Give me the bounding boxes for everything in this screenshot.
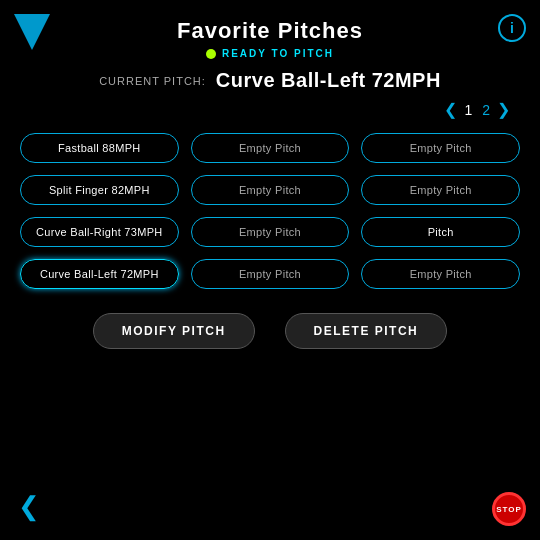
- stop-button[interactable]: STOP: [492, 492, 526, 526]
- ready-dot-icon: [206, 49, 216, 59]
- pitch-button-6[interactable]: Curve Ball-Right 73MPH: [20, 217, 179, 247]
- header: i Favorite Pitches READY TO PITCH: [0, 0, 540, 63]
- pitch-button-11[interactable]: Empty Pitch: [361, 259, 520, 289]
- pitch-button-2[interactable]: Empty Pitch: [361, 133, 520, 163]
- ready-badge: READY TO PITCH: [0, 48, 540, 59]
- current-pitch-value: Curve Ball-Left 72MPH: [216, 69, 441, 92]
- pitch-button-7[interactable]: Empty Pitch: [191, 217, 350, 247]
- pitch-button-0[interactable]: Fastball 88MPH: [20, 133, 179, 163]
- back-button[interactable]: ❮: [18, 491, 40, 522]
- info-button[interactable]: i: [498, 14, 526, 42]
- current-pitch-label: CURRENT PITCH:: [99, 75, 206, 87]
- action-row: MODIFY PITCH DELETE PITCH: [0, 313, 540, 349]
- pitch-button-3[interactable]: Split Finger 82MPH: [20, 175, 179, 205]
- pitch-button-4[interactable]: Empty Pitch: [191, 175, 350, 205]
- pagination-prev[interactable]: ❮: [444, 100, 457, 119]
- ready-text: READY TO PITCH: [222, 48, 334, 59]
- pitch-button-5[interactable]: Empty Pitch: [361, 175, 520, 205]
- pagination: ❮ 1 2 ❯: [0, 100, 540, 119]
- delete-pitch-button[interactable]: DELETE PITCH: [285, 313, 448, 349]
- pitch-grid: Fastball 88MPHEmpty PitchEmpty PitchSpli…: [0, 123, 540, 299]
- pagination-page-1[interactable]: 1: [464, 102, 472, 118]
- pitch-button-1[interactable]: Empty Pitch: [191, 133, 350, 163]
- pitch-button-10[interactable]: Empty Pitch: [191, 259, 350, 289]
- pagination-next[interactable]: ❯: [497, 100, 510, 119]
- current-pitch-row: CURRENT PITCH: Curve Ball-Left 72MPH: [0, 69, 540, 92]
- page-title: Favorite Pitches: [0, 18, 540, 44]
- modify-pitch-button[interactable]: MODIFY PITCH: [93, 313, 255, 349]
- pagination-page-2[interactable]: 2: [482, 102, 490, 118]
- pitch-button-9[interactable]: Curve Ball-Left 72MPH: [20, 259, 179, 289]
- stop-label: STOP: [496, 505, 522, 514]
- pitch-button-8[interactable]: Pitch: [361, 217, 520, 247]
